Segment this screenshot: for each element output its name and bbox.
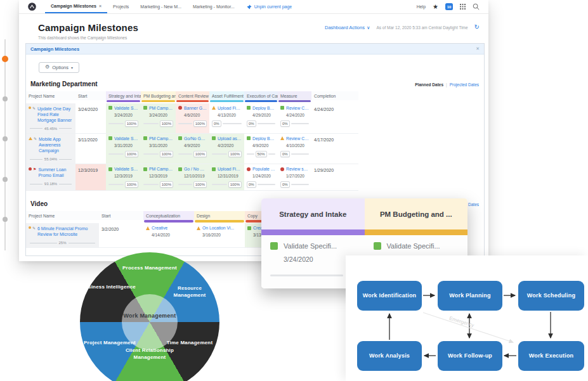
milestone-progress: 50% xyxy=(247,151,275,157)
milestone-link[interactable]: Upload Final Co... xyxy=(218,106,242,110)
project-cell: ✎Mobile App Awareness Campaign55.04% xyxy=(26,134,75,164)
composite-graphic: Campaign Milestones × Projects Marketing… xyxy=(0,0,588,381)
milestone-date: 1/24/2020 xyxy=(252,174,275,178)
milestone-cell: Banner Go / No...4/6/2020100% xyxy=(176,103,209,134)
timeline-dot[interactable] xyxy=(3,96,8,101)
milestone-link[interactable]: Review success xyxy=(286,167,309,171)
panel-title: Campaign Milestones xyxy=(30,46,79,52)
favorites-star-icon[interactable]: ★ xyxy=(433,4,438,10)
milestone-link[interactable]: Review Click Th... xyxy=(286,136,309,141)
milestone-cell: Validate Specifi...3/31/2020100% xyxy=(106,134,141,164)
flow-node-work-scheduling: Work Scheduling xyxy=(518,281,584,311)
milestone-link[interactable]: Upload asset xyxy=(218,136,242,141)
milestone-cell: Review Click Th...4/10/20200% xyxy=(278,134,311,164)
milestone-progress: 100% xyxy=(212,181,242,188)
warning-indicator-icon xyxy=(29,137,32,140)
search-icon[interactable] xyxy=(473,3,480,10)
warning-status-icon xyxy=(212,106,216,110)
tab-projects[interactable]: Projects xyxy=(107,0,134,13)
start-cell: 3/24/2020 xyxy=(75,103,106,134)
warning-status-icon xyxy=(197,226,200,230)
complete-status-icon xyxy=(178,167,182,171)
timeline-dot[interactable] xyxy=(3,136,8,141)
project-progress: 45.45% xyxy=(29,127,73,131)
milestone-label: Validate Specifi... xyxy=(284,242,337,250)
milestone-link[interactable]: Review Click-th... xyxy=(286,106,309,110)
workfront-logo-icon[interactable] xyxy=(28,3,36,11)
column-header: PM Budgeting and ... xyxy=(141,91,176,100)
column-header: Conceptualization xyxy=(143,211,194,220)
options-label: Options xyxy=(52,65,69,70)
complete-status-icon xyxy=(143,136,147,140)
milestone-date: 4/2/2020 xyxy=(218,143,242,148)
milestone-cell: Deploy Banner4/9/202050% xyxy=(244,134,278,164)
complete-status-icon xyxy=(212,136,216,140)
milestone-link[interactable]: Validate Specifi... xyxy=(114,167,138,171)
complete-status-icon xyxy=(280,106,284,110)
flow-node-work-execution: Work Execution xyxy=(518,341,584,371)
warning-status-icon xyxy=(280,136,284,140)
callout-column-header: Strategy and Intake xyxy=(261,198,365,229)
milestone-link[interactable]: Deploy Banner xyxy=(252,106,275,110)
tab-marketing-monitor[interactable]: Marketing - Monitor... xyxy=(187,0,240,13)
milestone-link[interactable]: Populate Lists i... xyxy=(252,167,275,171)
milestone-link[interactable]: Banner Go / No... xyxy=(184,106,207,110)
milestone-date: 12/3/2019 xyxy=(114,174,138,178)
options-button[interactable]: ⚙ Options ▾ xyxy=(39,62,79,73)
milestone-cell: Review Click-th...4/24/20200% xyxy=(278,103,311,134)
column-header: Start xyxy=(99,211,143,220)
milestone-link[interactable]: Validate Specifi... xyxy=(114,106,138,110)
panel-close-icon[interactable]: ✕ xyxy=(476,46,480,51)
milestone-cell: PM Campaign P...12/3/2019100% xyxy=(141,164,176,191)
milestone-date: 3/16/2020 xyxy=(202,233,242,237)
column-header: Project Name xyxy=(26,211,99,220)
milestone-progress: 0% xyxy=(280,151,309,157)
project-link[interactable]: Update One Day Fixed Rate Mortgage Banne… xyxy=(37,106,73,123)
column-header: Asset Fulfillment xyxy=(209,91,244,100)
unpin-current-page-link[interactable]: Unpin current page xyxy=(247,0,292,13)
timeline-dot[interactable] xyxy=(3,217,8,222)
projected-dates-toggle[interactable]: Projected Dates xyxy=(450,82,479,87)
complete-status-icon xyxy=(143,167,147,171)
milestone-link[interactable]: Creative xyxy=(152,226,167,230)
milestone-link[interactable]: Upload Final Co... xyxy=(218,167,242,171)
milestone-link[interactable]: PM Campaign P... xyxy=(149,136,173,141)
timeline-current-dot[interactable] xyxy=(2,56,8,62)
close-tab-icon[interactable]: × xyxy=(99,4,101,8)
project-cell: ✎6 Minute Financial Promo Review for Mic… xyxy=(26,223,99,248)
work-management-pie-chart: Process Management Resource Management T… xyxy=(80,252,219,381)
milestone-link[interactable]: Validate Specifi... xyxy=(114,136,138,141)
milestone-link[interactable]: Deploy Banner xyxy=(252,136,275,141)
refresh-icon[interactable]: ↻ xyxy=(474,24,480,30)
apps-grid-icon[interactable] xyxy=(460,4,466,10)
help-link[interactable]: Help xyxy=(417,4,426,9)
milestone-link[interactable]: Go/No Go Bann... xyxy=(184,136,207,141)
project-progress: 93.18% xyxy=(29,182,73,186)
milestone-link[interactable]: PM Campaign P... xyxy=(149,167,173,171)
milestone-link[interactable]: Go / No Go Cre... xyxy=(184,167,207,171)
edit-icon: ✎ xyxy=(34,137,37,141)
timeline-dot[interactable] xyxy=(3,177,8,182)
milestone-date: 3/31/2020 xyxy=(149,143,173,148)
project-progress: 25% xyxy=(29,241,96,245)
tab-marketing-new[interactable]: Marketing - New M... xyxy=(134,0,187,13)
complete-status-icon xyxy=(247,106,251,110)
dashboard-actions-menu[interactable]: Dashboard Actions ∨ xyxy=(325,25,370,30)
milestone-progress: 100% xyxy=(178,181,207,188)
planned-dates-toggle[interactable]: Planned Dates xyxy=(415,82,443,87)
project-link[interactable]: Mobile App Awareness Campaign xyxy=(39,136,73,153)
milestone-link[interactable]: PM Campaign P... xyxy=(149,106,173,110)
complete-status-icon xyxy=(270,242,278,250)
column-header: Design xyxy=(194,211,245,220)
milestone-link[interactable]: On Location Vi... xyxy=(202,226,234,230)
project-link[interactable]: Summer Loan Promo Email xyxy=(38,167,73,178)
milestone-date: 4/9/2020 xyxy=(252,143,275,148)
tab-campaign-milestones[interactable]: Campaign Milestones × xyxy=(45,0,107,13)
dashboard-actions-label: Dashboard Actions xyxy=(325,25,365,30)
notification-badge[interactable]: 10 xyxy=(445,3,453,10)
milestone-progress: 100% xyxy=(108,151,138,157)
complete-status-icon xyxy=(108,136,112,140)
marketing-milestones-table: Project NameStartStrategy and IntakePM B… xyxy=(26,91,484,191)
milestone-progress: 100% xyxy=(143,120,173,127)
project-link[interactable]: 6 Minute Financial Promo Review for Micr… xyxy=(37,226,96,237)
